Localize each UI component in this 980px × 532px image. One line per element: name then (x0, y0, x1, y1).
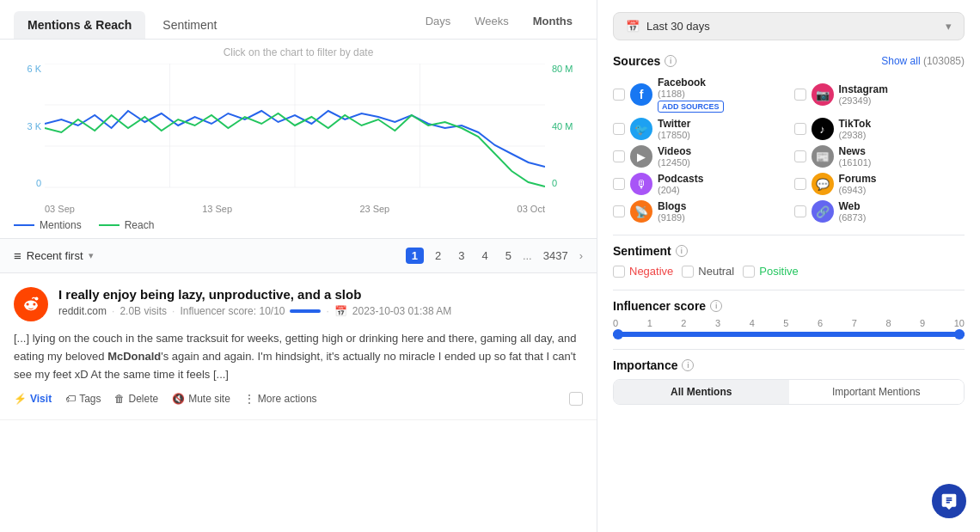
time-btn-days[interactable]: Days (415, 10, 462, 32)
divider-sources (613, 235, 965, 235)
page-1[interactable]: 1 (406, 248, 424, 264)
left-panel: Mentions & Reach Sentiment Days Weeks Mo… (0, 0, 597, 532)
show-all-link[interactable]: Show all (103085) (881, 55, 965, 67)
mention-actions: ⚡ Visit 🏷 Tags 🗑 Delete 🔇 Mute site ⋮ Mo… (14, 392, 583, 406)
sources-title: Sources i (613, 54, 677, 68)
sort-bar: ≡ Recent first ▾ 1 2 3 4 5 ... 3437 › (0, 238, 597, 273)
sentiment-options: Negative Neutral Positive (613, 265, 965, 278)
score-bar (290, 309, 321, 313)
range-fill (613, 332, 965, 337)
chart-container[interactable]: 6 K 3 K 0 80 M 40 M 0 (14, 64, 583, 214)
tags-button[interactable]: 🏷 Tags (65, 393, 101, 405)
sentiment-checkbox-positive[interactable] (743, 266, 755, 278)
tabs-left: Mentions & Reach Sentiment (14, 11, 230, 39)
sort-button[interactable]: ≡ Recent first ▾ (14, 248, 94, 263)
influencer-range-track[interactable] (613, 332, 965, 337)
page-4[interactable]: 4 (475, 248, 493, 264)
time-btn-months[interactable]: Months (523, 10, 583, 32)
mention-checkbox[interactable] (569, 392, 583, 406)
source-checkbox-forums[interactable] (794, 178, 806, 190)
mention-header: I really enjoy being lazy, unproductive,… (14, 287, 583, 321)
date-picker-button[interactable]: 📅 Last 30 days ▾ (613, 12, 965, 40)
sources-info-icon[interactable]: i (665, 55, 677, 67)
sentiment-negative[interactable]: Negative (613, 265, 673, 278)
mention-meta: reddit.com · 2.0B visits · Influencer sc… (58, 305, 583, 317)
page-last[interactable]: 3437 (537, 248, 574, 264)
source-info-blogs: Blogs (9189) (658, 200, 686, 223)
source-checkbox-videos[interactable] (613, 150, 625, 162)
svg-point-10 (33, 303, 35, 305)
source-info-videos: Videos (12450) (658, 145, 691, 168)
page-dots: ... (523, 249, 532, 262)
chart-svg[interactable] (45, 64, 545, 188)
sources-grid: f Facebook (1188) ADD SOURCES 📷 Instagra… (613, 76, 965, 223)
news-icon: 📰 (812, 145, 834, 168)
sentiment-info-icon[interactable]: i (676, 245, 688, 257)
mention-site: reddit.com (58, 305, 107, 317)
source-checkbox-facebook[interactable] (613, 89, 625, 101)
source-checkbox-podcasts[interactable] (613, 178, 625, 190)
importance-info-icon[interactable]: i (682, 359, 694, 371)
source-instagram: 📷 Instagram (29349) (794, 76, 965, 113)
mention-card: I really enjoy being lazy, unproductive,… (0, 273, 597, 420)
mention-title[interactable]: I really enjoy being lazy, unproductive,… (58, 287, 583, 302)
chat-support-button[interactable] (932, 484, 966, 518)
page-3[interactable]: 3 (452, 248, 470, 264)
page-2[interactable]: 2 (429, 248, 447, 264)
sentiment-neutral[interactable]: Neutral (682, 265, 734, 278)
add-sources-btn[interactable]: ADD SOURCES (658, 101, 724, 113)
tab-mentions-reach[interactable]: Mentions & Reach (14, 11, 145, 39)
sort-icon: ≡ (14, 248, 21, 263)
sentiment-positive[interactable]: Positive (743, 265, 799, 278)
source-blogs: 📡 Blogs (9189) (613, 200, 784, 223)
pagination: 1 2 3 4 5 ... 3437 › (406, 248, 583, 264)
mention-text-bold: McDonald (107, 350, 161, 363)
source-checkbox-instagram[interactable] (794, 89, 806, 101)
more-actions-button[interactable]: ⋮ More actions (244, 393, 317, 405)
x-axis: 03 Sep 13 Sep 23 Sep 03 Oct (45, 204, 545, 214)
sentiment-checkbox-negative[interactable] (613, 266, 625, 278)
visit-button[interactable]: ⚡ Visit (14, 393, 52, 405)
sentiment-checkbox-neutral[interactable] (682, 266, 694, 278)
source-checkbox-tiktok[interactable] (794, 123, 806, 135)
importance-title: Importance i (613, 358, 965, 372)
mention-body: I really enjoy being lazy, unproductive,… (58, 287, 583, 317)
mention-text: [...] lying on the couch in the same tra… (14, 330, 583, 383)
source-checkbox-blogs[interactable] (613, 205, 625, 217)
sentiment-section: Sentiment i Negative Neutral Positive (613, 244, 965, 278)
source-info-news: News (16101) (839, 145, 872, 168)
source-checkbox-twitter[interactable] (613, 123, 625, 135)
range-thumb-left[interactable] (613, 329, 623, 339)
divider-influencer (613, 349, 965, 350)
lightning-icon: ⚡ (14, 393, 27, 405)
importance-tab-important-mentions[interactable]: Important Mentions (789, 380, 965, 404)
page-5[interactable]: 5 (499, 248, 518, 264)
web-icon: 🔗 (812, 200, 834, 223)
mute-site-button[interactable]: 🔇 Mute site (172, 393, 230, 405)
instagram-icon: 📷 (812, 83, 834, 106)
sort-label: Recent first (27, 249, 83, 262)
time-btn-weeks[interactable]: Weeks (464, 10, 519, 32)
tab-sentiment[interactable]: Sentiment (149, 11, 230, 39)
importance-tab-all-mentions[interactable]: All Mentions (614, 380, 789, 404)
more-icon: ⋮ (244, 393, 254, 405)
source-twitter: 🐦 Twitter (17850) (613, 118, 784, 140)
mention-influencer-score: Influencer score: 10/10 (180, 305, 285, 317)
tag-icon: 🏷 (65, 393, 76, 405)
source-checkbox-web[interactable] (794, 205, 806, 217)
source-info-facebook: Facebook (1188) ADD SOURCES (658, 76, 724, 113)
source-checkbox-news[interactable] (794, 150, 806, 162)
source-web: 🔗 Web (6873) (794, 200, 965, 223)
twitter-icon: 🐦 (630, 118, 652, 140)
right-panel: 📅 Last 30 days ▾ Sources i Show all (103… (597, 0, 980, 532)
range-thumb-right[interactable] (954, 329, 965, 339)
source-forums: 💬 Forums (6943) (794, 173, 965, 195)
sources-header: Sources i Show all (103085) (613, 54, 965, 68)
source-info-instagram: Instagram (29349) (839, 83, 888, 106)
tabs-bar: Mentions & Reach Sentiment Days Weeks Mo… (0, 0, 597, 40)
influencer-score-section: Influencer score i 0 1 2 3 4 5 6 7 8 9 1… (613, 299, 965, 337)
influencer-info-icon[interactable]: i (710, 300, 722, 312)
mute-icon: 🔇 (172, 393, 185, 405)
delete-button[interactable]: 🗑 Delete (114, 393, 158, 405)
next-page-arrow[interactable]: › (579, 249, 583, 262)
